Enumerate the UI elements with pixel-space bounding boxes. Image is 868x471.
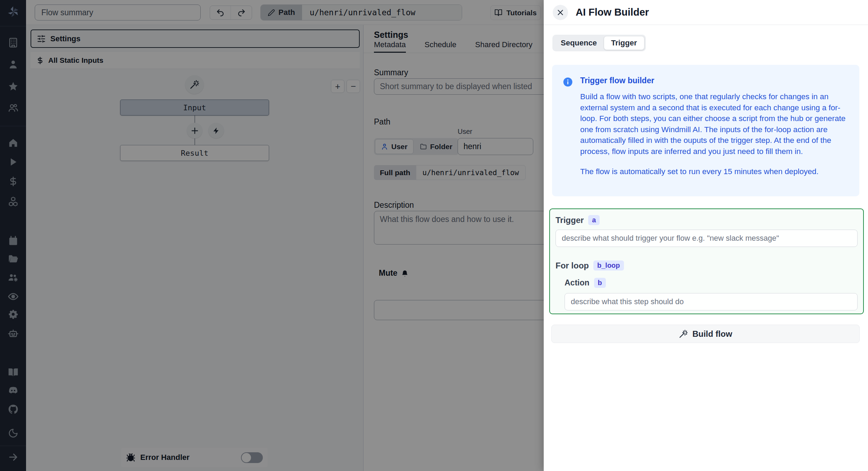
trigger-label: Trigger — [556, 215, 584, 225]
trigger-description-input[interactable] — [556, 230, 858, 247]
trigger-step-badge: a — [588, 215, 600, 225]
forloop-step-badge: b_loop — [593, 260, 624, 271]
close-button[interactable] — [553, 5, 568, 20]
ai-panel-header: AI Flow Builder — [544, 0, 868, 25]
build-flow-label: Build flow — [692, 329, 732, 339]
build-flow-button[interactable]: Build flow — [551, 325, 860, 343]
info-content: Trigger flow builder Build a flow with t… — [580, 76, 846, 185]
action-description-input[interactable] — [565, 293, 858, 310]
trigger-form-section: Trigger a For loop b_loop Action b — [549, 208, 864, 314]
action-step-badge: b — [594, 278, 606, 288]
forloop-label: For loop — [556, 261, 589, 271]
wand-sparkles-icon — [679, 329, 688, 339]
trigger-info-box: Trigger flow builder Build a flow with t… — [552, 65, 859, 196]
tab-trigger[interactable]: Trigger — [604, 36, 644, 50]
close-icon — [557, 9, 564, 16]
app: Path u/henri/unrivaled_flow Tutorials Se… — [0, 0, 868, 471]
info-body: Build a flow with two scripts, one that … — [580, 91, 846, 157]
ai-flow-builder-panel: AI Flow Builder Sequence Trigger Trigger… — [544, 0, 868, 471]
modal-dim-overlay[interactable] — [0, 0, 544, 471]
info-footer: The flow is automatically set to run eve… — [580, 167, 846, 176]
trigger-label-row: Trigger a — [556, 215, 858, 225]
action-label: Action — [565, 278, 590, 288]
tab-sequence[interactable]: Sequence — [554, 36, 604, 50]
info-title: Trigger flow builder — [580, 76, 846, 85]
ai-panel-title: AI Flow Builder — [576, 7, 649, 18]
forloop-label-row: For loop b_loop — [556, 260, 858, 271]
info-icon — [562, 76, 573, 185]
action-label-row: Action b — [565, 278, 858, 288]
ai-mode-tabs: Sequence Trigger — [552, 35, 646, 51]
